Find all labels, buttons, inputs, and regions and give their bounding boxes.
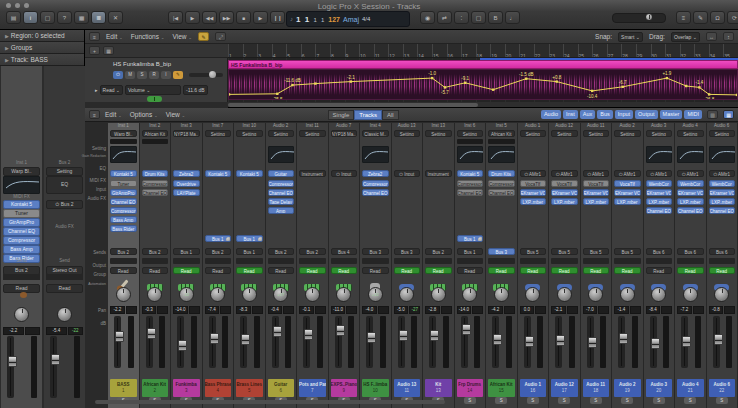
flex-icon[interactable]: ✕ (108, 11, 123, 24)
track-name-plate[interactable]: Audio 219 (614, 379, 641, 397)
automation-node[interactable] (622, 86, 624, 88)
plugin-slot[interactable]: VocaTlf (551, 180, 578, 187)
output-slot[interactable]: Bus 3 (488, 248, 515, 255)
pan-knob[interactable]: +17 (273, 287, 288, 302)
fader-area[interactable] (614, 316, 641, 368)
automation-mode-button[interactable]: Read (236, 267, 263, 274)
input-slot[interactable]: ⏻ AMtr1 (583, 170, 610, 177)
input-slot[interactable]: Kontakt 5 (110, 170, 137, 177)
output-slot[interactable]: Bus 3 (394, 248, 421, 255)
output-slot[interactable]: Bus 5 (520, 248, 547, 255)
drag-icon[interactable]: ≡ (89, 32, 100, 41)
automation-mode-button[interactable]: Read (268, 267, 295, 274)
automation-node[interactable] (229, 93, 230, 95)
automation-mode-button[interactable]: Read (205, 267, 232, 274)
fader-area[interactable] (709, 316, 736, 368)
list-editors-icon[interactable]: ≡ (676, 11, 691, 24)
automation-node[interactable] (698, 86, 700, 88)
output-slot[interactable]: Bus 1 (236, 248, 263, 255)
automation-node[interactable] (291, 84, 293, 86)
track-name-plate[interactable]: Audio 320 (646, 379, 673, 397)
fader-area[interactable] (394, 316, 421, 368)
plugin-slot[interactable]: Channel EQ (142, 189, 169, 196)
mixer-strip-HS F..limba[interactable]: Inst 4Classic M..Zebra2CompressorChannel… (360, 123, 392, 408)
send-slot[interactable]: Bus 1 (457, 235, 484, 242)
group-slot[interactable] (205, 258, 232, 264)
pan-knob[interactable] (494, 287, 509, 302)
region-title-bar[interactable]: HS Funkalimba B_bip (228, 60, 738, 69)
key-display[interactable]: Amaj (343, 16, 359, 23)
inspector-icon[interactable]: i (23, 11, 38, 24)
mixer-scrollbar[interactable] (95, 400, 445, 404)
automation-mode-button[interactable]: Read (110, 267, 137, 274)
fader-track[interactable] (272, 316, 279, 368)
input-slot[interactable]: Drum Kits (142, 170, 169, 177)
automation-param-select[interactable]: Volume ⌄ (125, 85, 181, 95)
h-zoom-slider[interactable]: ↔ (706, 32, 717, 41)
plugin-slot[interactable]: Compressor (362, 180, 389, 187)
input-slot[interactable]: ⏻ AMtr1 (551, 170, 578, 177)
mixer-strip-Audio 13[interactable]: Audio 13Setting⏻ InputBus 3Read-5.0-27M … (392, 123, 424, 408)
plugin-slot[interactable]: Compressor (142, 180, 169, 187)
track-name-plate[interactable]: HS F..limba10 (362, 379, 389, 397)
mixer-strip-Audio 11[interactable]: Audio 11Setting⏻ AMtr1VocaTlfEKramer VCL… (581, 123, 613, 408)
disclosure-triangle[interactable]: ▸ (95, 87, 98, 93)
fader-track[interactable] (240, 316, 247, 368)
pan-knob[interactable] (14, 307, 29, 322)
eq-thumbnail[interactable] (362, 146, 389, 163)
fader-area[interactable] (236, 316, 263, 368)
output-slot[interactable]: Bus 2 (425, 248, 452, 255)
inspector-row-1[interactable]: ▶Groups (0, 42, 84, 54)
pan-knob[interactable] (651, 287, 666, 302)
fader-area[interactable] (205, 316, 232, 368)
plugin-slot[interactable]: EKramer VC (709, 189, 736, 196)
group-slot[interactable] (142, 258, 169, 264)
plugin-slot[interactable]: LXP..mber (646, 198, 673, 205)
mixer-strip-Audio 3[interactable]: Audio 3Setting⏻ AMtr1WembCorEKramer VCLX… (644, 123, 676, 408)
fader-track[interactable] (650, 316, 657, 368)
plugin-slot[interactable]: EKramer VC (646, 189, 673, 196)
plugin-slot[interactable]: VocaTlf (614, 180, 641, 187)
automation-node[interactable] (431, 77, 433, 79)
mixer-strip-Audio 6[interactable]: Audio 6Setting⏻ AMtr1WembCorEKramer VCLX… (707, 123, 738, 408)
track-name-plate[interactable]: Brass Lines5 (236, 379, 263, 397)
channel-setting-button[interactable]: African Kit (488, 130, 515, 137)
automation-mode-button[interactable]: Read (677, 267, 704, 274)
pan-knob[interactable] (431, 287, 446, 302)
channel-setting-button[interactable]: Setting (46, 167, 83, 176)
input-slot[interactable]: Instrument (299, 170, 326, 177)
automation-node[interactable] (444, 86, 446, 88)
automation-mode-button[interactable]: Read (173, 267, 200, 274)
channel-setting-button[interactable]: Setting (709, 130, 736, 137)
input-slot[interactable]: Drum Kits (488, 170, 515, 177)
bar-ruler[interactable]: 1234567891011121314151617181920212223242… (228, 44, 738, 58)
eq-placeholder[interactable]: EQ (46, 176, 83, 194)
pan-knob[interactable] (242, 287, 257, 302)
plugin-slot[interactable]: Compressor (488, 180, 515, 187)
add-track-button[interactable]: + (89, 46, 100, 55)
output-slot[interactable]: Bus 1 (457, 248, 484, 255)
group-slot[interactable] (299, 258, 326, 264)
mixer-menu-edit[interactable]: Edit ⌄ (105, 111, 122, 118)
send-knob[interactable] (258, 237, 263, 242)
output-slot[interactable]: Bus 6 (677, 248, 704, 255)
metronome-icon[interactable]: ♩ (505, 11, 520, 24)
input-slot[interactable]: ⏻ AMtr1 (677, 170, 704, 177)
output-slot[interactable]: Bus 2 (142, 248, 169, 255)
automation-mode-button[interactable]: Read (614, 267, 641, 274)
volume-readout[interactable]: -2.8 (425, 306, 440, 314)
group-slot[interactable] (614, 258, 641, 264)
plugin-slot[interactable]: EKramer VC (583, 189, 610, 196)
track-types-icon[interactable]: ▦ (103, 46, 114, 55)
channel-setting-button[interactable]: Setting (677, 130, 704, 137)
volume-readout[interactable]: -2.2 (3, 327, 24, 335)
fader-area[interactable] (425, 316, 452, 368)
solo-button[interactable]: S (495, 397, 507, 404)
automation-mode-button[interactable]: Read (457, 267, 484, 274)
mixer-strip-African Kit[interactable]: Inst 5African KitDrum KitsCompressorChan… (486, 123, 518, 408)
input-slot[interactable]: Zebra2 (362, 170, 389, 177)
group-slot[interactable] (3, 274, 40, 280)
automation-mode-button[interactable]: Read (425, 267, 452, 274)
track-on-button[interactable]: ⏻ (113, 71, 123, 79)
fader-area[interactable] (488, 316, 515, 368)
